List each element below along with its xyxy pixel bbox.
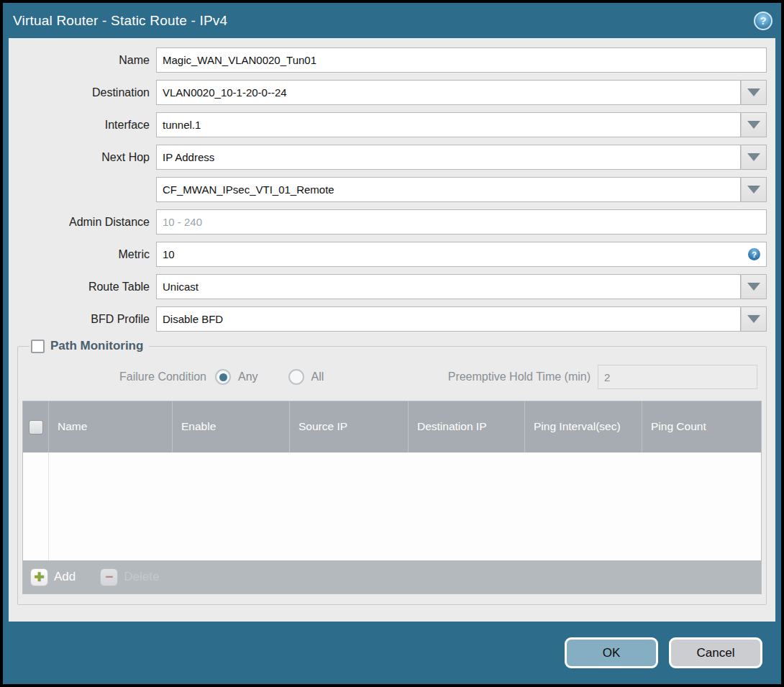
name-label: Name xyxy=(17,47,156,73)
metric-help-icon[interactable]: ? xyxy=(748,248,760,260)
interface-label: Interface xyxy=(17,112,156,137)
bfd-profile-row: BFD Profile xyxy=(17,306,767,332)
destination-row: Destination xyxy=(17,80,767,105)
destination-input[interactable] xyxy=(156,80,741,105)
route-table-row: Route Table xyxy=(17,274,767,299)
next-hop-row: Next Hop xyxy=(17,145,767,170)
next-hop-address-input[interactable] xyxy=(156,177,741,202)
column-header-ping-count[interactable]: Ping Count xyxy=(642,401,761,452)
chevron-down-icon xyxy=(747,283,760,291)
preemptive-hold-time-input[interactable] xyxy=(598,365,757,389)
next-hop-label: Next Hop xyxy=(17,145,156,170)
chevron-down-icon xyxy=(747,315,760,323)
path-monitoring-title: Path Monitoring xyxy=(50,339,143,353)
column-header-enable[interactable]: Enable xyxy=(172,401,289,452)
radio-selected-icon xyxy=(215,369,231,385)
dialog-title: Virtual Router - Static Route - IPv4 xyxy=(13,13,227,29)
bfd-profile-input[interactable] xyxy=(156,306,741,332)
table-toolbar: ✚ Add − Delete xyxy=(23,560,761,593)
metric-input[interactable] xyxy=(156,242,767,267)
column-header-destination-ip[interactable]: Destination IP xyxy=(408,401,524,452)
cancel-button[interactable]: Cancel xyxy=(669,637,762,668)
route-table-label: Route Table xyxy=(17,274,156,299)
route-table-dropdown-button[interactable] xyxy=(741,274,767,299)
admin-distance-input[interactable] xyxy=(156,209,767,235)
path-monitoring-section: Path Monitoring Failure Condition Any Al… xyxy=(17,339,767,605)
metric-row: Metric ? xyxy=(17,242,767,267)
interface-dropdown-button[interactable] xyxy=(741,112,767,137)
failure-condition-all-radio[interactable]: All xyxy=(288,369,324,385)
failure-condition-any-label: Any xyxy=(238,370,258,383)
table-body-empty xyxy=(23,452,761,560)
select-all-checkbox[interactable] xyxy=(29,420,43,435)
chevron-down-icon xyxy=(747,153,760,161)
failure-condition-all-label: All xyxy=(311,370,324,383)
ok-button[interactable]: OK xyxy=(565,637,658,668)
next-hop-type-input[interactable] xyxy=(156,145,741,170)
next-hop-address-label xyxy=(17,177,156,202)
minus-icon: − xyxy=(100,568,118,586)
interface-input[interactable] xyxy=(156,112,741,137)
chevron-down-icon xyxy=(747,121,760,129)
failure-condition-label: Failure Condition xyxy=(22,370,215,383)
column-header-name[interactable]: Name xyxy=(48,401,172,452)
name-input[interactable] xyxy=(156,47,767,73)
path-monitoring-checkbox[interactable] xyxy=(31,340,45,353)
failure-condition-any-radio[interactable]: Any xyxy=(215,369,258,385)
failure-condition-row: Failure Condition Any All Preemptive Hol… xyxy=(22,365,762,389)
column-header-source-ip[interactable]: Source IP xyxy=(289,401,408,452)
column-header-ping-interval[interactable]: Ping Interval(sec) xyxy=(524,401,642,452)
dialog-footer: OK Cancel xyxy=(3,622,781,684)
chevron-down-icon xyxy=(747,88,760,96)
dialog-content: Name Destination Interface xyxy=(9,38,775,622)
destination-dropdown-button[interactable] xyxy=(741,80,767,105)
next-hop-dropdown-button[interactable] xyxy=(741,145,767,170)
name-row: Name xyxy=(17,47,767,73)
static-route-dialog: Virtual Router - Static Route - IPv4 ? N… xyxy=(3,3,781,684)
next-hop-address-dropdown-button[interactable] xyxy=(741,177,767,202)
add-button[interactable]: ✚ Add xyxy=(30,568,76,586)
failure-condition-options: Any All xyxy=(215,369,324,385)
preemptive-hold-time-group: Preemptive Hold Time (min) xyxy=(448,365,757,389)
path-monitoring-table: Name Enable Source IP Destination IP Pin… xyxy=(22,401,762,594)
plus-icon: ✚ xyxy=(30,568,48,586)
add-button-label: Add xyxy=(54,570,76,584)
admin-distance-label: Admin Distance xyxy=(17,209,156,235)
admin-distance-row: Admin Distance xyxy=(17,209,767,235)
route-table-input[interactable] xyxy=(156,274,741,299)
dialog-titlebar: Virtual Router - Static Route - IPv4 ? xyxy=(3,3,781,38)
delete-button[interactable]: − Delete xyxy=(100,568,159,586)
interface-row: Interface xyxy=(17,112,767,137)
table-select-all-cell xyxy=(23,401,48,452)
preemptive-hold-time-label: Preemptive Hold Time (min) xyxy=(448,370,598,383)
next-hop-address-row xyxy=(17,177,767,202)
metric-label: Metric xyxy=(17,242,156,267)
delete-button-label: Delete xyxy=(124,570,159,584)
destination-label: Destination xyxy=(17,80,156,105)
chevron-down-icon xyxy=(747,186,760,194)
table-header: Name Enable Source IP Destination IP Pin… xyxy=(23,401,761,452)
radio-unselected-icon xyxy=(288,369,304,385)
bfd-profile-label: BFD Profile xyxy=(17,306,156,332)
path-monitoring-legend: Path Monitoring xyxy=(29,339,149,353)
bfd-profile-dropdown-button[interactable] xyxy=(741,306,767,332)
help-icon[interactable]: ? xyxy=(754,12,772,30)
